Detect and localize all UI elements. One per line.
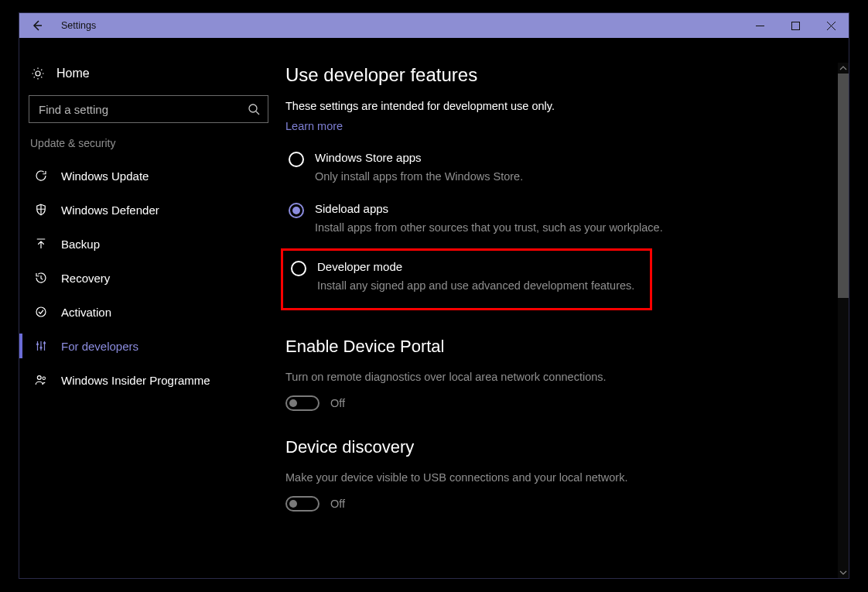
sidebar-category: Update & security: [19, 137, 278, 156]
back-button[interactable]: [19, 13, 55, 38]
nav-windows-insider[interactable]: Windows Insider Programme: [19, 363, 278, 397]
sidebar: Home Update & security Windows Update: [19, 38, 278, 578]
nav-activation[interactable]: Activation: [19, 295, 278, 329]
home-button[interactable]: Home: [19, 56, 278, 91]
titlebar: Settings: [19, 13, 849, 38]
radio-label: Developer mode: [317, 260, 634, 273]
toggle-knob-icon: [289, 399, 297, 407]
maximize-button[interactable]: [777, 13, 813, 38]
radio-circle-icon: [289, 152, 304, 167]
toggle-knob-icon: [289, 500, 297, 508]
nav-label: Activation: [61, 306, 111, 319]
radio-description: Install apps from other sources that you…: [315, 220, 663, 236]
page-heading: Use developer features: [285, 64, 849, 86]
arrow-left-icon: [31, 19, 43, 32]
svg-point-7: [43, 377, 45, 379]
svg-point-4: [40, 347, 43, 349]
radio-dot-icon: [292, 207, 300, 214]
radio-circle-icon: [289, 203, 304, 218]
dev-mode-radio-group: Windows Store apps Only install apps fro…: [285, 149, 688, 310]
svg-point-5: [43, 342, 46, 344]
window-controls: [742, 13, 849, 38]
toggle-device-discovery[interactable]: [285, 496, 320, 512]
shield-icon: [33, 203, 49, 217]
search-icon: [248, 103, 260, 115]
sliders-icon: [33, 339, 49, 353]
refresh-icon: [33, 169, 49, 183]
check-circle-icon: [33, 305, 49, 319]
minimize-button[interactable]: [742, 13, 777, 38]
radio-label: Sideload apps: [315, 202, 663, 215]
gear-icon: [30, 67, 46, 80]
home-label: Home: [56, 67, 90, 80]
nav-label: Backup: [61, 238, 100, 251]
radio-description: Install any signed app and use advanced …: [317, 278, 634, 294]
toggle-state-label: Off: [330, 397, 345, 409]
nav-backup[interactable]: Backup: [19, 227, 278, 261]
history-icon: [33, 271, 49, 285]
nav-label: For developers: [61, 340, 138, 353]
annotation-highlight: Developer mode Install any signed app an…: [281, 248, 652, 310]
search-box[interactable]: [29, 95, 268, 123]
svg-point-3: [36, 343, 39, 345]
nav-label: Windows Update: [61, 169, 149, 183]
maximize-icon: [791, 22, 800, 30]
scroll-up-arrow-icon[interactable]: [838, 63, 849, 74]
close-button[interactable]: [813, 13, 849, 38]
section-desc-device-discovery: Make your device visible to USB connecti…: [285, 470, 657, 487]
svg-point-1: [249, 104, 257, 112]
toggle-state-label: Off: [330, 498, 345, 510]
nav-label: Windows Defender: [61, 204, 159, 217]
svg-point-2: [36, 307, 46, 317]
nav-windows-update[interactable]: Windows Update: [19, 159, 278, 193]
nav-for-developers[interactable]: For developers: [19, 329, 278, 363]
radio-windows-store-apps[interactable]: Windows Store apps Only install apps fro…: [285, 149, 688, 186]
section-heading-device-portal: Enable Device Portal: [285, 337, 849, 357]
section-heading-device-discovery: Device discovery: [285, 437, 849, 457]
radio-developer-mode[interactable]: Developer mode Install any signed app an…: [288, 258, 644, 296]
toggle-device-portal[interactable]: [285, 395, 320, 411]
section-desc-device-portal: Turn on remote diagnostics over local ar…: [285, 369, 657, 386]
svg-rect-0: [791, 22, 799, 29]
radio-description: Only install apps from the Windows Store…: [315, 169, 523, 185]
search-input[interactable]: [37, 102, 248, 117]
nav-label: Windows Insider Programme: [61, 374, 210, 387]
scroll-thumb[interactable]: [838, 74, 849, 298]
radio-label: Windows Store apps: [315, 151, 523, 164]
minimize-icon: [756, 22, 764, 30]
nav-recovery[interactable]: Recovery: [19, 261, 278, 295]
close-icon: [827, 22, 836, 30]
page-intro: These settings are intended for developm…: [285, 100, 849, 112]
content-pane: Use developer features These settings ar…: [278, 38, 849, 578]
window-title: Settings: [55, 20, 742, 31]
people-icon: [33, 373, 49, 387]
settings-window: Settings Home: [19, 12, 849, 579]
svg-point-6: [37, 376, 41, 380]
nav-windows-defender[interactable]: Windows Defender: [19, 193, 278, 227]
scroll-down-arrow-icon[interactable]: [838, 567, 849, 578]
radio-sideload-apps[interactable]: Sideload apps Install apps from other so…: [285, 200, 688, 238]
sidebar-nav: Windows Update Windows Defender Backup: [19, 156, 278, 397]
radio-circle-icon: [291, 261, 306, 276]
vertical-scrollbar[interactable]: [838, 63, 849, 578]
upload-icon: [33, 237, 49, 251]
learn-more-link[interactable]: Learn more: [285, 120, 343, 132]
nav-label: Recovery: [61, 272, 110, 285]
